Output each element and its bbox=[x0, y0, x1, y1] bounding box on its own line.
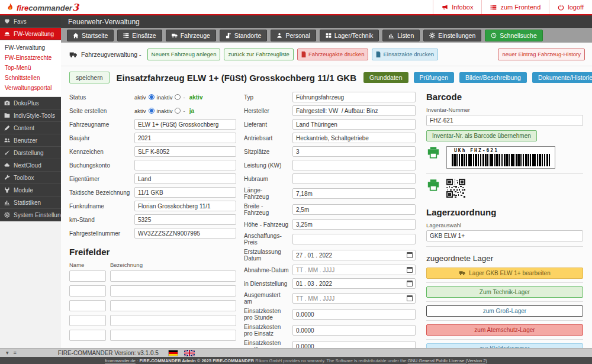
tab-einstellungen[interactable]: Einstellungen bbox=[423, 30, 481, 41]
new-history-entry-button[interactable]: neuer Eintrag Fahrzeug-History bbox=[498, 49, 585, 60]
adopt-barcode-button[interactable]: Inventar-Nr. als Barcode übernehmen bbox=[426, 130, 537, 141]
freifeld-bezeichnung-input[interactable] bbox=[110, 315, 236, 326]
chevron-down-icon[interactable]: ▾ bbox=[6, 350, 9, 356]
submenu-item-top-menu[interactable]: Top-Menü bbox=[0, 63, 61, 73]
kosten-einsatz-input[interactable] bbox=[292, 325, 416, 336]
buchungskonto-input[interactable] bbox=[134, 160, 236, 170]
freifeld-bezeichnung-input[interactable] bbox=[110, 330, 236, 341]
tab-standorte[interactable]: Standorte bbox=[220, 30, 268, 41]
kosten-km-input[interactable] bbox=[292, 341, 416, 348]
print-vehicle-file-button[interactable]: Fahrzeugakte drucken bbox=[297, 49, 369, 60]
freifeld-name-input[interactable] bbox=[69, 270, 106, 282]
fahrgestellnummer-input[interactable] bbox=[134, 228, 236, 239]
save-button[interactable]: speichern bbox=[69, 72, 110, 83]
ausgemustert-date-input[interactable] bbox=[292, 293, 416, 304]
tab-grunddaten[interactable]: Grunddaten bbox=[363, 72, 408, 83]
freifeld-bezeichnung-input[interactable] bbox=[110, 285, 236, 297]
tab-schnellsuche[interactable]: Schnellsuche bbox=[485, 30, 542, 41]
infobox-button[interactable]: Infobox bbox=[433, 0, 481, 14]
printer-icon[interactable] bbox=[426, 146, 440, 159]
funkrufname-input[interactable] bbox=[134, 201, 236, 211]
sidebar-item-benutzer[interactable]: Benutzer bbox=[0, 134, 61, 147]
uk-flag-icon[interactable] bbox=[184, 350, 195, 356]
tab-einsaetze[interactable]: Einsätze bbox=[117, 30, 162, 41]
submenu-item-verwaltungsportal[interactable]: Verwaltungsportal bbox=[0, 83, 61, 93]
kosten-stunde-input[interactable] bbox=[292, 309, 416, 320]
sidebar-item-system-einstellungen[interactable]: System Einstellungen bbox=[0, 209, 61, 221]
freifeld-name-input[interactable] bbox=[69, 285, 106, 297]
zur-kleiderkammer-button[interactable]: zur Kleiderkammer bbox=[426, 343, 583, 348]
sidebar-item-content[interactable]: Content bbox=[0, 122, 61, 134]
sidebar-item-nextcloud[interactable]: NextCloud bbox=[0, 159, 61, 172]
calendar-icon[interactable] bbox=[407, 267, 413, 273]
gpl-license-link[interactable]: GNU General Public License (Version 2) bbox=[408, 358, 487, 363]
printer-icon[interactable] bbox=[426, 179, 440, 191]
sidebar-item-darstellung[interactable]: Darstellung bbox=[0, 147, 61, 159]
tab-dokumente-historie[interactable]: Dokumente/Historie bbox=[532, 72, 592, 83]
app-logo[interactable]: firecommander3 bbox=[6, 0, 79, 14]
print-mission-file-button[interactable]: Einsatzakte drucken bbox=[372, 49, 438, 60]
leistung-input[interactable] bbox=[292, 160, 416, 170]
freifeld-name-input[interactable] bbox=[69, 330, 106, 341]
calendar-icon[interactable] bbox=[407, 295, 413, 301]
abnahme-date-input[interactable] bbox=[292, 265, 416, 275]
kennzeichen-input[interactable] bbox=[134, 146, 236, 157]
sidebar-item-dokuplus[interactable]: DokuPlus bbox=[0, 97, 61, 109]
menu-icon[interactable]: ≡ bbox=[14, 350, 17, 356]
calendar-icon[interactable] bbox=[407, 281, 413, 286]
freifeld-bezeichnung-input[interactable] bbox=[110, 300, 236, 311]
tab-personal[interactable]: Personal bbox=[271, 30, 316, 41]
taktische-bezeichnung-input[interactable] bbox=[134, 187, 236, 198]
hubraum-input[interactable] bbox=[292, 173, 416, 184]
fcommander-link[interactable]: fcommander.de bbox=[105, 358, 136, 363]
zum-gross-lager-button[interactable]: zum Groß-Lager bbox=[426, 305, 583, 317]
seite-aktiv-radio[interactable] bbox=[149, 108, 155, 114]
sidebar-item-module[interactable]: Module bbox=[0, 184, 61, 197]
dienststellung-date-input[interactable] bbox=[292, 278, 416, 289]
inventar-nummer-input[interactable] bbox=[426, 115, 583, 126]
status-aktiv-radio[interactable] bbox=[149, 94, 155, 100]
sitzplaetze-input[interactable] bbox=[292, 146, 416, 157]
breite-input[interactable] bbox=[292, 204, 416, 215]
tab-startseite[interactable]: Startseite bbox=[67, 30, 114, 41]
calendar-icon[interactable] bbox=[407, 252, 413, 258]
tab-bilder-beschreibung[interactable]: Bilder/Beschreibung bbox=[459, 72, 527, 83]
freifeld-name-input[interactable] bbox=[69, 300, 106, 311]
sidebar-item-favs[interactable]: Favs bbox=[0, 15, 61, 28]
fahrzeugname-input[interactable] bbox=[134, 119, 236, 130]
tab-lager-technik[interactable]: Lager/Technik bbox=[320, 30, 379, 41]
zum-frontend-button[interactable]: zum Frontend bbox=[481, 0, 549, 14]
submenu-item-fw-einsatzrechte[interactable]: FW-Einsatzrechte bbox=[0, 53, 61, 63]
sidebar-item-fw-verwaltung[interactable]: FW-Verwaltung bbox=[0, 28, 61, 40]
anschaffungspreis-input[interactable] bbox=[292, 234, 416, 244]
freifeld-name-input[interactable] bbox=[69, 315, 106, 326]
baujahr-input[interactable] bbox=[134, 133, 236, 143]
german-flag-icon[interactable] bbox=[168, 350, 178, 356]
erstzulassung-date-input[interactable] bbox=[292, 250, 416, 260]
status-inaktiv-radio[interactable] bbox=[175, 94, 181, 100]
submenu-item-schnittstellen[interactable]: Schnittstellen bbox=[0, 73, 61, 83]
sidebar-item-toolbox[interactable]: Toolbox bbox=[0, 172, 61, 184]
tab-pruefungen[interactable]: Prüfungen bbox=[414, 72, 454, 83]
eigentuemer-input[interactable] bbox=[134, 173, 236, 184]
zum-technik-lager-button[interactable]: Zum Technik-Lager bbox=[426, 286, 583, 298]
hersteller-input[interactable] bbox=[292, 105, 416, 116]
tab-listen[interactable]: Listen bbox=[382, 30, 420, 41]
lagerauswahl-input[interactable] bbox=[426, 230, 583, 241]
sidebar-item-statistiken[interactable]: Statistiken bbox=[0, 197, 61, 209]
typ-input[interactable] bbox=[292, 92, 416, 102]
km-stand-input[interactable] bbox=[134, 214, 236, 225]
edit-lager-gkb-elw-button[interactable]: Lager GKB ELW 1+ bearbeiten bbox=[426, 268, 583, 279]
new-vehicle-button[interactable]: Neuers Fahrzeug anlegen bbox=[147, 49, 221, 60]
lieferant-input[interactable] bbox=[292, 119, 416, 130]
tab-fahrzeuge[interactable]: Fahrzeuge bbox=[166, 30, 216, 41]
antriebsart-input[interactable] bbox=[292, 133, 416, 143]
submenu-item-fw-verwaltung[interactable]: FW-Verwaltung bbox=[0, 43, 61, 53]
zum-atemschutz-lager-button[interactable]: zum Atemschutz-Lager bbox=[426, 324, 583, 336]
back-to-vehicle-list-button[interactable]: zurück zur Fahrzeugliste bbox=[224, 49, 293, 60]
laenge-input[interactable] bbox=[292, 188, 416, 199]
seite-inaktiv-radio[interactable] bbox=[175, 108, 181, 114]
freifeld-bezeichnung-input[interactable] bbox=[110, 270, 236, 282]
hoehe-input[interactable] bbox=[292, 219, 416, 230]
logoff-button[interactable]: logoff bbox=[549, 0, 592, 14]
